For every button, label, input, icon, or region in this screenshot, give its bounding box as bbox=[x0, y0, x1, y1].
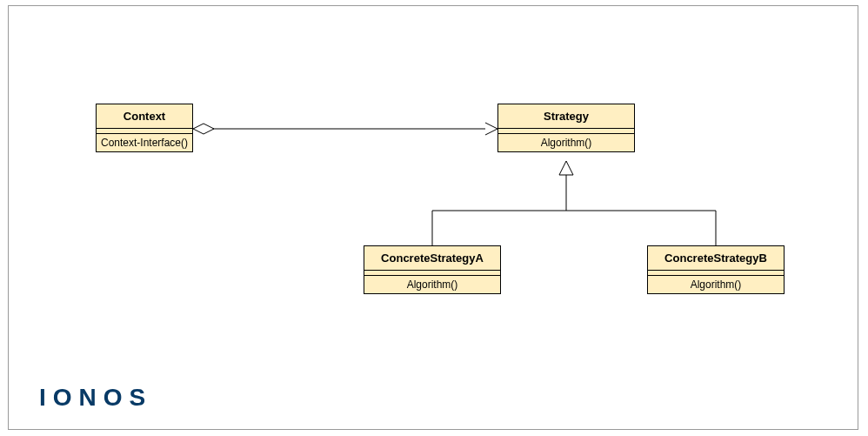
svg-marker-1 bbox=[193, 124, 214, 134]
class-strategy-operation: Algorithm() bbox=[498, 133, 634, 151]
svg-marker-2 bbox=[559, 161, 573, 175]
aggregation-arrow-context-to-strategy bbox=[193, 123, 497, 135]
generalization-tree bbox=[432, 161, 716, 245]
class-concrete-b-title: ConcreteStrategyB bbox=[648, 246, 784, 271]
connectors-layer bbox=[9, 6, 859, 431]
class-strategy: Strategy Algorithm() bbox=[497, 104, 635, 152]
class-context-title: Context bbox=[97, 104, 192, 129]
brand-logo: IONOS bbox=[39, 384, 152, 412]
class-strategy-title: Strategy bbox=[498, 104, 634, 129]
class-context: Context Context-Interface() bbox=[96, 104, 193, 152]
class-concrete-a-operation: Algorithm() bbox=[364, 275, 500, 293]
class-concrete-a-title: ConcreteStrategyA bbox=[364, 246, 500, 271]
class-context-operation: Context-Interface() bbox=[97, 133, 192, 151]
class-concrete-b: ConcreteStrategyB Algorithm() bbox=[647, 245, 785, 294]
class-concrete-a: ConcreteStrategyA Algorithm() bbox=[364, 245, 501, 294]
diagram-frame: Context Context-Interface() Strategy Alg… bbox=[8, 5, 858, 430]
class-concrete-b-operation: Algorithm() bbox=[648, 275, 784, 293]
